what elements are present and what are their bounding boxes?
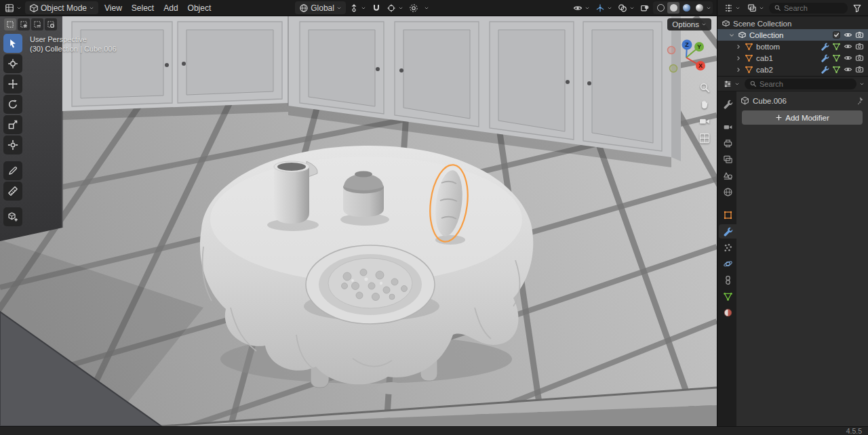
select-mode-subtract-button[interactable] xyxy=(31,18,43,30)
modifier-wrench-icon[interactable] xyxy=(821,65,829,74)
shading-material-button[interactable] xyxy=(680,2,692,14)
cursor-tool[interactable] xyxy=(3,54,22,73)
falloff-dropdown[interactable] xyxy=(422,1,431,14)
modifier-wrench-icon[interactable] xyxy=(821,42,829,51)
menu-select[interactable]: Select xyxy=(127,3,159,13)
outliner-row-object[interactable]: bottom xyxy=(717,41,868,52)
outliner-row-object[interactable]: cab1 xyxy=(717,52,868,64)
chevron-right-icon[interactable] xyxy=(735,66,742,73)
tab-material[interactable] xyxy=(719,306,736,320)
rotate-tool[interactable] xyxy=(3,95,22,114)
viewport-canvas[interactable] xyxy=(0,16,717,426)
add-cube-tool[interactable] xyxy=(3,207,22,226)
properties-editor: Cube.006 Add Modifier xyxy=(717,76,868,426)
ortho-toggle-button[interactable] xyxy=(698,132,711,144)
mesh-data-icon[interactable] xyxy=(832,42,841,51)
viewport-3d[interactable]: Options User Perspective (30) Collection… xyxy=(0,16,717,426)
eye-icon[interactable] xyxy=(844,42,852,51)
chevron-right-icon[interactable] xyxy=(735,43,742,50)
move-tool[interactable] xyxy=(3,75,22,94)
axis-z-ball[interactable]: Z xyxy=(682,40,692,50)
eye-icon[interactable] xyxy=(844,30,852,39)
blender-window: Object Mode View Select Add Object Globa… xyxy=(0,0,868,435)
tool-options-button[interactable]: Options xyxy=(667,18,711,30)
tab-tool[interactable] xyxy=(719,97,736,111)
object-square-icon xyxy=(723,210,733,220)
pan-hand-button[interactable] xyxy=(698,98,711,110)
snap-toggle[interactable] xyxy=(370,1,383,14)
menu-add[interactable]: Add xyxy=(159,3,182,13)
chevron-right-icon[interactable] xyxy=(735,55,742,62)
axis-neg-y-ball[interactable] xyxy=(670,65,677,72)
mesh-data-icon[interactable] xyxy=(832,54,841,62)
axis-x-ball[interactable]: X xyxy=(696,61,705,70)
shading-rendered-button[interactable] xyxy=(693,2,705,14)
tab-physics[interactable] xyxy=(719,257,736,271)
select-mode-extend-button[interactable] xyxy=(18,18,30,30)
tab-output[interactable] xyxy=(719,136,736,150)
chevron-down-icon[interactable] xyxy=(859,81,865,87)
tab-render[interactable] xyxy=(719,120,736,134)
camera-icon[interactable] xyxy=(855,42,864,51)
modifier-wrench-icon[interactable] xyxy=(821,54,829,62)
tab-object-data[interactable] xyxy=(719,289,736,304)
shading-wireframe-button[interactable] xyxy=(654,2,667,14)
checkbox-icon[interactable] xyxy=(832,30,841,39)
tab-scene[interactable] xyxy=(719,169,736,183)
chevron-down-icon[interactable] xyxy=(728,32,735,39)
outliner-search[interactable] xyxy=(769,3,848,14)
menu-object[interactable]: Object xyxy=(183,3,216,13)
tab-particles[interactable] xyxy=(719,241,736,255)
select-mode-new-button[interactable] xyxy=(4,18,16,30)
show-overlays-toggle[interactable] xyxy=(616,1,637,14)
outliner-row-object[interactable]: cab2 xyxy=(717,64,868,75)
orientation-dropdown[interactable]: Global xyxy=(295,1,346,14)
mode-dropdown[interactable]: Object Mode xyxy=(25,1,98,14)
editor-type-button[interactable] xyxy=(3,1,24,14)
scene-icon xyxy=(723,171,733,181)
shading-solid-button[interactable] xyxy=(667,2,679,14)
properties-editor-type-button[interactable] xyxy=(721,77,742,90)
properties-search[interactable] xyxy=(745,79,856,89)
eye-icon[interactable] xyxy=(844,54,852,62)
global-orientation-icon xyxy=(299,3,309,13)
camera-icon[interactable] xyxy=(855,65,864,74)
collection-icon xyxy=(738,30,747,39)
add-modifier-button[interactable]: Add Modifier xyxy=(742,110,863,125)
scale-tool[interactable] xyxy=(3,115,22,134)
axis-y-ball[interactable]: Y xyxy=(694,42,704,51)
select-mode-intersect-button[interactable] xyxy=(45,18,57,30)
xray-toggle[interactable] xyxy=(638,1,652,14)
outliner-row-scene-collection[interactable]: Scene Collection xyxy=(717,18,868,29)
tab-constraints[interactable] xyxy=(719,273,736,287)
tab-modifiers[interactable] xyxy=(719,224,736,239)
outliner-display-mode-dropdown[interactable] xyxy=(745,1,766,14)
transform-tool[interactable] xyxy=(3,136,22,154)
camera-icon[interactable] xyxy=(855,54,864,62)
camera-icon[interactable] xyxy=(855,30,864,39)
mesh-data-icon[interactable] xyxy=(832,65,841,74)
menu-view[interactable]: View xyxy=(100,3,127,13)
outliner-row-collection[interactable]: Collection xyxy=(717,29,868,41)
measure-tool[interactable] xyxy=(3,182,22,201)
tab-view-layer[interactable] xyxy=(719,152,736,167)
tab-object[interactable] xyxy=(719,208,736,222)
show-gizmo-toggle[interactable] xyxy=(593,1,614,14)
eye-icon[interactable] xyxy=(844,65,852,74)
outliner-editor-type-button[interactable] xyxy=(722,1,743,14)
select-box-tool[interactable] xyxy=(3,34,22,53)
tab-world[interactable] xyxy=(719,185,736,199)
pin-icon[interactable] xyxy=(855,96,864,105)
pivot-point-dropdown[interactable] xyxy=(347,1,368,14)
navigation-gizmo[interactable]: Z Y X xyxy=(663,38,713,79)
outliner-filter-button[interactable] xyxy=(850,1,864,14)
properties-search-input[interactable] xyxy=(760,80,852,88)
outliner-search-input[interactable] xyxy=(784,4,843,12)
axis-neg-x-ball[interactable] xyxy=(668,47,675,54)
camera-view-button[interactable] xyxy=(698,115,711,127)
zoom-button[interactable] xyxy=(698,81,711,94)
proportional-editing-toggle[interactable] xyxy=(407,1,420,14)
annotate-tool[interactable] xyxy=(3,161,22,180)
visibility-dropdown[interactable] xyxy=(571,1,592,14)
snap-settings-dropdown[interactable] xyxy=(384,1,406,14)
